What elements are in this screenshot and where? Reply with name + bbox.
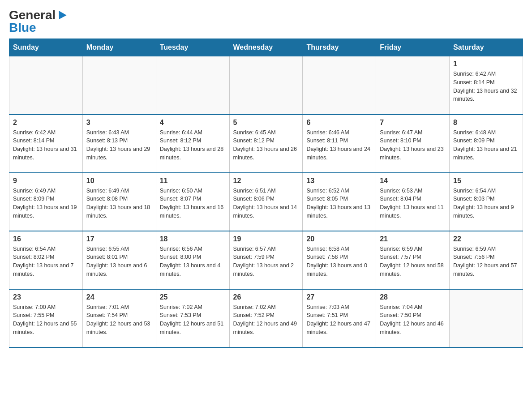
day-info: Sunrise: 7:03 AM Sunset: 7:51 PM Dayligh… <box>306 303 372 337</box>
day-info: Sunrise: 6:58 AM Sunset: 7:58 PM Dayligh… <box>306 245 372 278</box>
day-info: Sunrise: 6:59 AM Sunset: 7:57 PM Dayligh… <box>380 245 446 278</box>
calendar-week-3: 9Sunrise: 6:49 AM Sunset: 8:09 PM Daylig… <box>9 173 523 231</box>
calendar-cell: 3Sunrise: 6:43 AM Sunset: 8:13 PM Daylig… <box>82 115 156 173</box>
day-info: Sunrise: 6:51 AM Sunset: 8:06 PM Dayligh… <box>233 187 299 220</box>
calendar-cell <box>450 289 523 347</box>
day-number: 2 <box>13 119 79 127</box>
calendar-cell: 13Sunrise: 6:52 AM Sunset: 8:05 PM Dayli… <box>303 173 376 231</box>
day-number: 28 <box>380 293 446 301</box>
day-number: 4 <box>160 119 226 127</box>
day-info: Sunrise: 6:42 AM Sunset: 8:14 PM Dayligh… <box>13 128 79 162</box>
calendar-cell: 23Sunrise: 7:00 AM Sunset: 7:55 PM Dayli… <box>9 289 83 347</box>
calendar-cell: 25Sunrise: 7:02 AM Sunset: 7:53 PM Dayli… <box>156 289 229 347</box>
calendar-cell: 8Sunrise: 6:48 AM Sunset: 8:09 PM Daylig… <box>450 115 523 173</box>
day-number: 20 <box>306 235 372 243</box>
day-number: 18 <box>160 235 226 243</box>
calendar-week-4: 16Sunrise: 6:54 AM Sunset: 8:02 PM Dayli… <box>9 231 523 289</box>
day-info: Sunrise: 6:49 AM Sunset: 8:08 PM Dayligh… <box>86 187 152 220</box>
day-number: 13 <box>306 177 372 185</box>
calendar-cell: 16Sunrise: 6:54 AM Sunset: 8:02 PM Dayli… <box>9 231 83 289</box>
day-info: Sunrise: 7:02 AM Sunset: 7:52 PM Dayligh… <box>233 303 299 337</box>
calendar-header: Sunday Monday Tuesday Wednesday Thursday… <box>9 39 523 56</box>
day-number: 14 <box>380 177 446 185</box>
calendar-cell: 9Sunrise: 6:49 AM Sunset: 8:09 PM Daylig… <box>9 173 83 231</box>
calendar-body: 1Sunrise: 6:42 AM Sunset: 8:14 PM Daylig… <box>9 56 523 347</box>
calendar-cell <box>376 56 450 115</box>
day-number: 8 <box>453 119 519 127</box>
day-number: 21 <box>380 235 446 243</box>
day-number: 7 <box>380 119 446 127</box>
day-info: Sunrise: 6:56 AM Sunset: 8:00 PM Dayligh… <box>160 245 226 278</box>
day-number: 16 <box>13 235 79 243</box>
calendar-week-2: 2Sunrise: 6:42 AM Sunset: 8:14 PM Daylig… <box>9 115 523 173</box>
day-info: Sunrise: 7:04 AM Sunset: 7:50 PM Dayligh… <box>380 303 446 337</box>
header-row: Sunday Monday Tuesday Wednesday Thursday… <box>9 39 523 56</box>
day-info: Sunrise: 7:02 AM Sunset: 7:53 PM Dayligh… <box>160 303 226 337</box>
calendar-cell: 15Sunrise: 6:54 AM Sunset: 8:03 PM Dayli… <box>450 173 523 231</box>
day-info: Sunrise: 6:52 AM Sunset: 8:05 PM Dayligh… <box>306 187 372 220</box>
day-number: 3 <box>86 119 152 127</box>
day-info: Sunrise: 6:57 AM Sunset: 7:59 PM Dayligh… <box>233 245 299 278</box>
day-number: 24 <box>86 293 152 301</box>
day-number: 15 <box>453 177 519 185</box>
day-info: Sunrise: 6:43 AM Sunset: 8:13 PM Dayligh… <box>86 128 152 162</box>
day-info: Sunrise: 6:50 AM Sunset: 8:07 PM Dayligh… <box>160 187 226 220</box>
calendar-cell: 19Sunrise: 6:57 AM Sunset: 7:59 PM Dayli… <box>229 231 303 289</box>
calendar-cell: 4Sunrise: 6:44 AM Sunset: 8:12 PM Daylig… <box>156 115 229 173</box>
logo-triangle-icon <box>56 11 67 21</box>
calendar-cell: 27Sunrise: 7:03 AM Sunset: 7:51 PM Dayli… <box>303 289 376 347</box>
calendar-cell: 24Sunrise: 7:01 AM Sunset: 7:54 PM Dayli… <box>82 289 156 347</box>
calendar-cell: 5Sunrise: 6:45 AM Sunset: 8:12 PM Daylig… <box>229 115 303 173</box>
calendar-cell <box>156 56 229 115</box>
day-info: Sunrise: 6:54 AM Sunset: 8:03 PM Dayligh… <box>453 187 519 220</box>
day-number: 17 <box>86 235 152 243</box>
calendar-cell: 2Sunrise: 6:42 AM Sunset: 8:14 PM Daylig… <box>9 115 83 173</box>
calendar-table: Sunday Monday Tuesday Wednesday Thursday… <box>9 39 523 348</box>
col-thursday: Thursday <box>303 39 376 56</box>
day-number: 9 <box>13 177 79 185</box>
day-info: Sunrise: 6:44 AM Sunset: 8:12 PM Dayligh… <box>160 128 226 162</box>
day-info: Sunrise: 6:54 AM Sunset: 8:02 PM Dayligh… <box>13 245 79 278</box>
col-friday: Friday <box>376 39 450 56</box>
calendar-cell: 17Sunrise: 6:55 AM Sunset: 8:01 PM Dayli… <box>82 231 156 289</box>
day-info: Sunrise: 6:46 AM Sunset: 8:11 PM Dayligh… <box>306 128 372 162</box>
day-number: 12 <box>233 177 299 185</box>
day-info: Sunrise: 6:49 AM Sunset: 8:09 PM Dayligh… <box>13 187 79 220</box>
calendar-cell: 26Sunrise: 7:02 AM Sunset: 7:52 PM Dayli… <box>229 289 303 347</box>
calendar-cell: 21Sunrise: 6:59 AM Sunset: 7:57 PM Dayli… <box>376 231 450 289</box>
col-monday: Monday <box>82 39 156 56</box>
calendar-cell: 28Sunrise: 7:04 AM Sunset: 7:50 PM Dayli… <box>376 289 450 347</box>
col-sunday: Sunday <box>9 39 83 56</box>
calendar-week-1: 1Sunrise: 6:42 AM Sunset: 8:14 PM Daylig… <box>9 56 523 115</box>
calendar-cell: 11Sunrise: 6:50 AM Sunset: 8:07 PM Dayli… <box>156 173 229 231</box>
day-info: Sunrise: 6:42 AM Sunset: 8:14 PM Dayligh… <box>453 70 519 103</box>
logo-general-text: General <box>9 9 65 21</box>
calendar-cell: 7Sunrise: 6:47 AM Sunset: 8:10 PM Daylig… <box>376 115 450 173</box>
day-number: 27 <box>306 293 372 301</box>
calendar-cell: 12Sunrise: 6:51 AM Sunset: 8:06 PM Dayli… <box>229 173 303 231</box>
calendar-week-5: 23Sunrise: 7:00 AM Sunset: 7:55 PM Dayli… <box>9 289 523 347</box>
day-info: Sunrise: 6:59 AM Sunset: 7:56 PM Dayligh… <box>453 245 519 278</box>
calendar-cell: 10Sunrise: 6:49 AM Sunset: 8:08 PM Dayli… <box>82 173 156 231</box>
day-number: 5 <box>233 119 299 127</box>
day-number: 6 <box>306 119 372 127</box>
calendar-cell: 6Sunrise: 6:46 AM Sunset: 8:11 PM Daylig… <box>303 115 376 173</box>
day-info: Sunrise: 7:01 AM Sunset: 7:54 PM Dayligh… <box>86 303 152 337</box>
calendar-cell: 1Sunrise: 6:42 AM Sunset: 8:14 PM Daylig… <box>450 56 523 115</box>
col-tuesday: Tuesday <box>156 39 229 56</box>
day-number: 10 <box>86 177 152 185</box>
day-info: Sunrise: 6:55 AM Sunset: 8:01 PM Dayligh… <box>86 245 152 278</box>
calendar-cell: 18Sunrise: 6:56 AM Sunset: 8:00 PM Dayli… <box>156 231 229 289</box>
calendar-cell <box>82 56 156 115</box>
col-saturday: Saturday <box>450 39 523 56</box>
calendar-cell <box>303 56 376 115</box>
col-wednesday: Wednesday <box>229 39 303 56</box>
day-info: Sunrise: 6:53 AM Sunset: 8:04 PM Dayligh… <box>380 187 446 220</box>
calendar-cell <box>9 56 83 115</box>
day-number: 23 <box>13 293 79 301</box>
calendar-cell: 22Sunrise: 6:59 AM Sunset: 7:56 PM Dayli… <box>450 231 523 289</box>
day-info: Sunrise: 6:47 AM Sunset: 8:10 PM Dayligh… <box>380 128 446 162</box>
calendar-cell <box>229 56 303 115</box>
day-number: 11 <box>160 177 226 185</box>
logo: General Blue <box>9 9 65 34</box>
